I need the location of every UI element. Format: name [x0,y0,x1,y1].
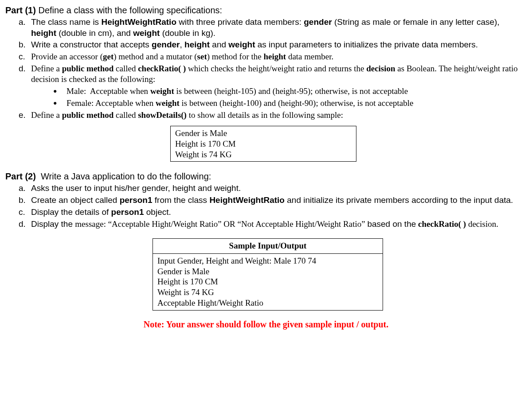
part1-d-sub1: ● Male: Acceptable when weight is betwee… [53,86,527,97]
sublist-content: Male: Acceptable when weight is between … [66,86,527,97]
part1-list-cont: e. Define a public method called showDet… [5,110,527,121]
list-content: Provide an accessor (get) method and a m… [31,51,527,62]
sample-line: Gender is Male [157,266,378,277]
list-marker: c. [19,207,31,218]
list-marker: e. [19,110,31,121]
sample-line: Weight is 74 KG [157,287,378,298]
part1-list: a. The class name is HeightWeightRatio w… [5,17,527,85]
list-content: Asks the user to input his/her gender, h… [31,183,527,194]
part1-d-sublist: ● Male: Acceptable when weight is betwee… [5,86,527,109]
bullet-icon: ● [53,98,66,109]
list-content: Write a constructor that accepts gender,… [31,39,527,51]
list-content: Define a public method called showDetail… [31,110,527,121]
part2-item-c: c. Display the details of person1 object… [19,207,527,218]
part2-header-text: Write a Java application to do the follo… [41,171,211,181]
list-marker: d. [19,219,31,230]
list-marker: c. [19,51,31,62]
details-line: Gender is Male [175,128,352,139]
part2-header: Part (2) Write a Java application to do … [5,171,527,182]
sample-line: Height is 170 CM [157,276,378,287]
sublist-content: Female: Acceptable when weight is betwee… [66,98,527,109]
list-marker: a. [19,17,31,28]
part2-item-b: b. Create an object called person1 from … [19,195,527,206]
part2-list: a. Asks the user to input his/her gender… [5,183,527,229]
part1-d-sub2: ● Female: Acceptable when weight is betw… [53,98,527,109]
list-content: Create an object called person1 from the… [31,195,527,206]
list-content: Display the message: “Acceptable Hight/W… [31,219,527,230]
part1-header-text: Define a class with the following specif… [38,5,222,15]
sample-io-body: Input Gender, Height and Weight: Male 17… [153,254,383,311]
part1-item-c: c. Provide an accessor (get) method and … [19,51,527,62]
details-sample-box: Gender is Male Height is 170 CM Weight i… [170,126,356,162]
part2-label: Part (2) [5,171,36,181]
part2-item-a: a. Asks the user to input his/her gender… [19,183,527,194]
part2-item-d: d. Display the message: “Acceptable High… [19,219,527,230]
sample-line: Acceptable Hight/Weight Ratio [157,298,378,308]
details-line: Weight is 74 KG [175,149,352,160]
list-marker: b. [19,195,31,206]
details-line: Height is 170 CM [175,139,352,149]
list-content: Define a public method called checkRatio… [31,63,527,85]
bullet-icon: ● [53,86,66,97]
part1-item-b: b. Write a constructor that accepts gend… [19,39,527,51]
sample-io-header: Sample Input/Output [153,238,383,254]
sample-line: Input Gender, Height and Weight: Male 17… [157,256,378,266]
list-marker: d. [19,63,31,74]
part1-item-a: a. The class name is HeightWeightRatio w… [19,17,527,39]
list-marker: a. [19,183,31,194]
sample-io-container: Sample Input/Output Input Gender, Height… [153,238,383,310]
part1-label: Part (1) [5,5,36,15]
part1-header: Part (1) Define a class with the followi… [5,4,527,16]
list-marker: b. [19,39,31,51]
part1-item-e: e. Define a public method called showDet… [19,110,527,121]
list-content: Display the details of person1 object. [31,207,527,218]
note-text: Note: Your answer should follow the give… [5,319,527,330]
part1-item-d: d. Define a public method called checkRa… [19,63,527,85]
list-content: The class name is HeightWeightRatio with… [31,17,527,39]
